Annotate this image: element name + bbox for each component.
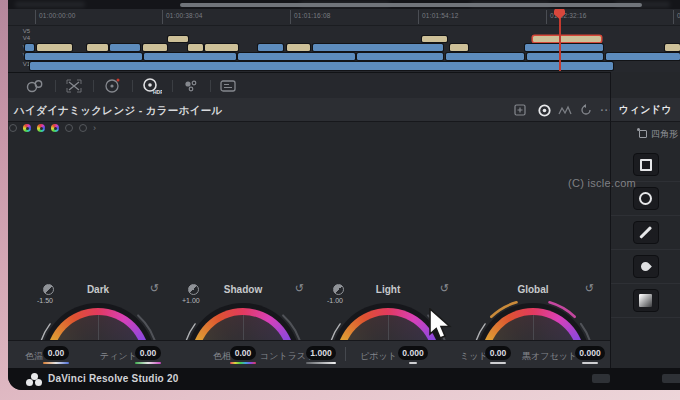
scopes-icon[interactable] [557, 103, 573, 117]
timeline-clip[interactable] [87, 44, 108, 51]
ruler-timecode: 01:01:16:08 [294, 12, 331, 19]
contrast-value[interactable]: 1.000 [306, 346, 336, 360]
line-tool-button[interactable] [633, 221, 659, 244]
timeline-clip-selected[interactable] [533, 36, 601, 42]
timeline-clip[interactable] [606, 53, 680, 60]
ruler-tick [546, 10, 547, 24]
adjustments-separator [345, 347, 346, 361]
falloff-icon[interactable] [188, 284, 199, 295]
hue-label: 色相 [213, 350, 231, 363]
track-label-v5[interactable]: V5 [12, 28, 30, 34]
mid-indicator [490, 362, 506, 365]
davinci-logo-icon [26, 373, 42, 386]
pagination-dot[interactable] [23, 124, 31, 132]
timeline-clip[interactable] [446, 53, 524, 60]
window-preset-row[interactable]: 四角形 [618, 127, 678, 141]
timeline-header-strip [8, 0, 680, 9]
tint-value[interactable]: 0.00 [135, 346, 161, 360]
black-offset-value[interactable]: 0.000 [575, 346, 605, 360]
color-dots-icon[interactable] [181, 77, 201, 95]
gradient-tool-button[interactable] [633, 289, 659, 312]
pagination-dot[interactable] [9, 124, 17, 132]
timeline-clip[interactable] [525, 44, 603, 51]
timeline-clip[interactable] [144, 53, 236, 60]
horizontal-scrollbar[interactable] [180, 3, 642, 7]
track-label-v1[interactable]: V1 [12, 61, 30, 67]
panel-toggle-icon[interactable] [662, 374, 680, 383]
palette-panel-icon[interactable] [218, 77, 238, 95]
mouse-cursor [428, 308, 454, 346]
ruler-tick [673, 10, 674, 24]
keyboard-panel-icon[interactable] [592, 374, 610, 383]
gradient-icon [639, 294, 652, 307]
app-name: DaVinci Resolve Studio 20 [48, 373, 178, 384]
bypass-icon[interactable] [536, 103, 552, 117]
timeline-clip[interactable] [313, 44, 443, 51]
circle-tool-button[interactable] [633, 187, 659, 210]
toolbar-separator [172, 80, 173, 92]
timeline-clip[interactable] [450, 44, 468, 51]
hue-value[interactable]: 0.00 [230, 346, 256, 360]
tint-label: ティント [100, 350, 137, 363]
falloff-value[interactable]: -1.50 [37, 297, 53, 304]
ruler-tick [35, 10, 36, 24]
timeline-clip[interactable] [25, 53, 142, 60]
pagination-dot[interactable] [51, 124, 59, 132]
pen-tool-button[interactable] [633, 255, 659, 278]
pagination-dot[interactable] [79, 124, 87, 132]
black-offset-indicator [582, 362, 598, 365]
timeline-clip[interactable] [238, 53, 355, 60]
square-tool-button[interactable] [633, 153, 659, 176]
color-temp-label: 色温 [25, 350, 43, 363]
timeline-clip[interactable] [188, 44, 203, 51]
timeline-clip[interactable] [25, 44, 34, 51]
falloff-value[interactable]: +1.00 [182, 297, 200, 304]
add-node-icon[interactable] [512, 103, 528, 117]
pagination-dot[interactable] [65, 124, 73, 132]
timeline-ruler[interactable]: 01:00:00:0001:00:38:0401:01:16:0801:01:5… [8, 9, 680, 26]
tint-indicator [135, 362, 161, 365]
color-wheels-icon[interactable] [102, 77, 122, 95]
wheel-reset-icon[interactable]: ↺ [440, 282, 449, 295]
toolbar-separator [55, 80, 56, 92]
color-temp-value[interactable]: 0.00 [43, 346, 69, 360]
falloff-icon[interactable] [333, 284, 344, 295]
falloff-value[interactable]: -1.00 [327, 297, 343, 304]
timeline-clip[interactable] [665, 44, 680, 51]
ruler-tick [418, 10, 419, 24]
timeline-tracks[interactable]: V5V4V3V2V1 [8, 26, 680, 72]
timeline-clip[interactable] [422, 36, 447, 42]
mid-value[interactable]: 0.00 [485, 346, 511, 360]
timeline-clip[interactable] [168, 36, 188, 42]
falloff-icon[interactable] [43, 284, 54, 295]
ruler-timecode: 01:01:54:12 [422, 12, 459, 19]
wheel-reset-icon[interactable]: ↺ [150, 282, 159, 295]
timeline-clip[interactable] [110, 44, 140, 51]
wheel-reset-icon[interactable]: ↺ [295, 282, 304, 295]
timeline-clip[interactable] [527, 53, 603, 60]
reset-icon[interactable] [578, 103, 594, 117]
timeline-clip[interactable] [357, 53, 443, 60]
timeline-clip[interactable] [287, 44, 310, 51]
pivot-indicator [409, 362, 417, 365]
timeline-clip[interactable] [258, 44, 283, 51]
timeline-clip[interactable] [37, 44, 72, 51]
track-label-v4[interactable]: V4 [12, 35, 30, 41]
wheel-reset-icon[interactable]: ↺ [585, 282, 594, 295]
palette-toolbar: HDR [8, 72, 610, 98]
pagination-dot[interactable] [37, 124, 45, 132]
preset-label: 四角形 [651, 128, 678, 141]
pen-icon [639, 260, 652, 273]
tracker-icon[interactable] [64, 77, 84, 95]
timeline-clip[interactable] [143, 44, 167, 51]
hdr-wheels-icon[interactable]: HDR [142, 77, 162, 95]
color-temp-indicator [43, 362, 69, 365]
ruler-timecode: 01:00:38:04 [166, 12, 203, 19]
camera-icon[interactable] [25, 77, 45, 95]
timeline-clip[interactable] [205, 44, 238, 51]
wheel-pagination[interactable]: ‹› [8, 122, 120, 134]
toolbar-separator [210, 80, 211, 92]
timeline-clip[interactable] [30, 62, 613, 70]
pagination-next-icon[interactable]: › [93, 124, 96, 133]
pivot-value[interactable]: 0.000 [398, 346, 428, 360]
